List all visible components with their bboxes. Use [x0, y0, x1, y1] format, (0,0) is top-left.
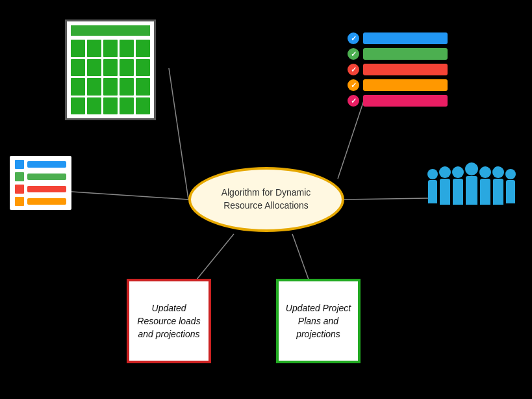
check-row-3: ✓ [348, 64, 448, 75]
check-bar-orange [363, 79, 448, 91]
check-row-5: ✓ [348, 95, 448, 107]
doc-square-orange [15, 197, 24, 206]
cal-cell [136, 59, 150, 77]
doc-line-green [27, 174, 66, 180]
check-row-4: ✓ [348, 79, 448, 91]
cal-cell [136, 78, 150, 96]
diagram-scene: ✓ ✓ ✓ ✓ ✓ [0, 0, 532, 399]
check-bar-green [363, 48, 448, 60]
cal-cell [120, 59, 134, 77]
cal-cell [136, 97, 150, 115]
doc-line-blue [27, 161, 66, 168]
doc-icon [10, 156, 71, 210]
calendar-grid [71, 40, 150, 114]
output-box-resource: Updated Resource loads and projections [127, 279, 211, 363]
cal-cell [120, 97, 134, 115]
doc-line-orange [27, 198, 66, 205]
person-5 [479, 166, 491, 205]
check-circle-blue: ✓ [348, 32, 359, 44]
person-1 [427, 169, 438, 203]
cal-cell [103, 40, 118, 57]
person-head [479, 166, 491, 178]
oval: Algorithm for Dynamic Resource Allocatio… [188, 167, 344, 232]
person-head [452, 166, 464, 178]
person-head [465, 162, 478, 175]
cal-cell [120, 40, 134, 57]
output-box-project: Updated Project Plans and projections [276, 279, 361, 363]
people-group [427, 162, 516, 205]
person-3 [452, 166, 464, 205]
doc-square-red [15, 185, 24, 194]
cal-cell [87, 78, 101, 96]
person-body [506, 180, 515, 203]
check-bar-blue [363, 32, 448, 44]
cal-cell [71, 97, 85, 115]
person-body [493, 179, 503, 205]
checklist-top: ✓ ✓ ✓ ✓ ✓ [348, 32, 448, 107]
person-6 [492, 166, 504, 205]
cal-cell [103, 97, 118, 115]
check-row-2: ✓ [348, 48, 448, 60]
cal-cell [71, 59, 85, 77]
doc-square-green [15, 172, 24, 181]
check-circle-red: ✓ [348, 64, 359, 75]
oval-container: Algorithm for Dynamic Resource Allocatio… [188, 167, 344, 232]
doc-row-4 [15, 197, 66, 206]
output-project-text: Updated Project Plans and projections [285, 302, 351, 341]
check-circle-orange: ✓ [348, 79, 359, 91]
person-body [480, 179, 490, 205]
doc-square-blue [15, 160, 24, 169]
svg-line-0 [169, 68, 188, 200]
person-body [428, 180, 437, 203]
oval-text: Algorithm for Dynamic Resource Allocatio… [204, 187, 329, 212]
doc-row-3 [15, 185, 66, 194]
person-head [505, 169, 516, 179]
svg-line-3 [344, 198, 429, 200]
person-head [492, 166, 504, 178]
cal-cell [87, 59, 101, 77]
doc-row-2 [15, 172, 66, 181]
person-7 [505, 169, 516, 203]
cal-cell [71, 40, 85, 57]
check-circle-pink: ✓ [348, 95, 359, 107]
check-row-1: ✓ [348, 32, 448, 44]
doc-row-1 [15, 160, 66, 169]
cal-cell [103, 59, 118, 77]
output-resource-text: Updated Resource loads and projections [136, 302, 202, 341]
calendar-icon [65, 19, 156, 120]
person-2 [439, 166, 451, 205]
cal-cell [87, 40, 101, 57]
person-body [440, 179, 450, 205]
person-4 [465, 162, 478, 205]
check-bar-pink [363, 95, 448, 107]
cal-cell [120, 78, 134, 96]
person-head [439, 166, 451, 178]
person-body [453, 179, 463, 205]
check-circle-green: ✓ [348, 48, 359, 60]
calendar-header [71, 25, 150, 36]
doc-line-red [27, 186, 66, 192]
svg-line-2 [71, 192, 188, 200]
person-body [466, 176, 477, 205]
cal-cell [71, 78, 85, 96]
person-head [427, 169, 438, 179]
cal-cell [136, 40, 150, 57]
cal-cell [103, 78, 118, 96]
check-bar-red [363, 64, 448, 75]
cal-cell [87, 97, 101, 115]
